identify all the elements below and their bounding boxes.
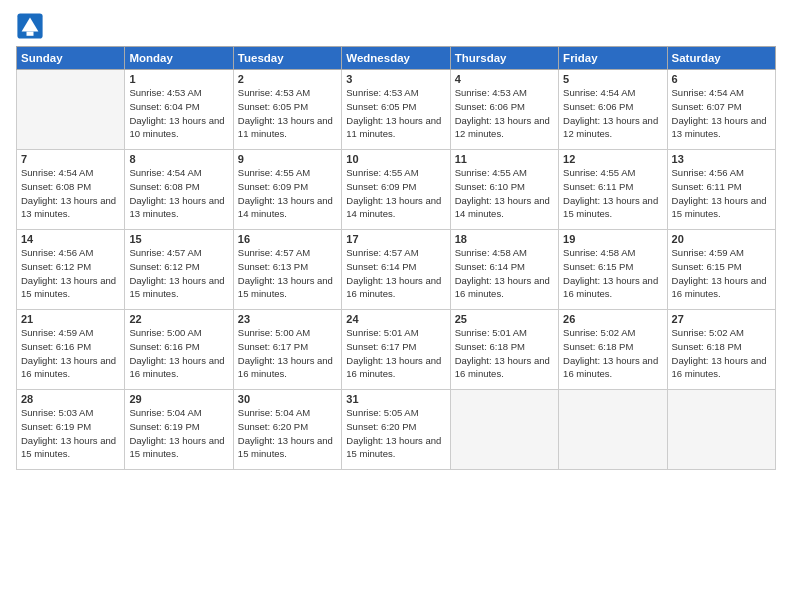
cell-text: Sunrise: 4:54 AMSunset: 6:08 PMDaylight:…	[129, 166, 228, 221]
day-number: 29	[129, 393, 228, 405]
calendar-cell: 3Sunrise: 4:53 AMSunset: 6:05 PMDaylight…	[342, 70, 450, 150]
day-number: 24	[346, 313, 445, 325]
day-number: 14	[21, 233, 120, 245]
week-row-3: 14Sunrise: 4:56 AMSunset: 6:12 PMDayligh…	[17, 230, 776, 310]
calendar-cell: 26Sunrise: 5:02 AMSunset: 6:18 PMDayligh…	[559, 310, 667, 390]
day-number: 22	[129, 313, 228, 325]
logo-icon	[16, 12, 44, 40]
cell-text: Sunrise: 4:57 AMSunset: 6:13 PMDaylight:…	[238, 246, 337, 301]
day-number: 25	[455, 313, 554, 325]
cell-text: Sunrise: 4:53 AMSunset: 6:05 PMDaylight:…	[346, 86, 445, 141]
day-number: 27	[672, 313, 771, 325]
calendar-cell	[450, 390, 558, 470]
day-number: 2	[238, 73, 337, 85]
cell-text: Sunrise: 5:04 AMSunset: 6:19 PMDaylight:…	[129, 406, 228, 461]
cell-text: Sunrise: 4:55 AMSunset: 6:09 PMDaylight:…	[238, 166, 337, 221]
calendar-cell: 8Sunrise: 4:54 AMSunset: 6:08 PMDaylight…	[125, 150, 233, 230]
cell-text: Sunrise: 5:04 AMSunset: 6:20 PMDaylight:…	[238, 406, 337, 461]
cell-text: Sunrise: 4:53 AMSunset: 6:06 PMDaylight:…	[455, 86, 554, 141]
calendar-cell: 30Sunrise: 5:04 AMSunset: 6:20 PMDayligh…	[233, 390, 341, 470]
calendar-cell: 20Sunrise: 4:59 AMSunset: 6:15 PMDayligh…	[667, 230, 775, 310]
calendar-cell: 23Sunrise: 5:00 AMSunset: 6:17 PMDayligh…	[233, 310, 341, 390]
cell-text: Sunrise: 4:58 AMSunset: 6:14 PMDaylight:…	[455, 246, 554, 301]
day-number: 8	[129, 153, 228, 165]
header	[16, 12, 776, 40]
cell-text: Sunrise: 4:59 AMSunset: 6:15 PMDaylight:…	[672, 246, 771, 301]
day-number: 3	[346, 73, 445, 85]
cell-text: Sunrise: 5:03 AMSunset: 6:19 PMDaylight:…	[21, 406, 120, 461]
day-number: 11	[455, 153, 554, 165]
calendar-cell: 27Sunrise: 5:02 AMSunset: 6:18 PMDayligh…	[667, 310, 775, 390]
day-number: 31	[346, 393, 445, 405]
calendar-cell: 29Sunrise: 5:04 AMSunset: 6:19 PMDayligh…	[125, 390, 233, 470]
calendar-cell: 4Sunrise: 4:53 AMSunset: 6:06 PMDaylight…	[450, 70, 558, 150]
cell-text: Sunrise: 4:57 AMSunset: 6:12 PMDaylight:…	[129, 246, 228, 301]
week-row-1: 1Sunrise: 4:53 AMSunset: 6:04 PMDaylight…	[17, 70, 776, 150]
cell-text: Sunrise: 5:02 AMSunset: 6:18 PMDaylight:…	[563, 326, 662, 381]
calendar-cell: 25Sunrise: 5:01 AMSunset: 6:18 PMDayligh…	[450, 310, 558, 390]
calendar-cell	[559, 390, 667, 470]
cell-text: Sunrise: 4:54 AMSunset: 6:07 PMDaylight:…	[672, 86, 771, 141]
day-number: 10	[346, 153, 445, 165]
cell-text: Sunrise: 4:53 AMSunset: 6:05 PMDaylight:…	[238, 86, 337, 141]
cell-text: Sunrise: 5:00 AMSunset: 6:16 PMDaylight:…	[129, 326, 228, 381]
day-number: 28	[21, 393, 120, 405]
cell-text: Sunrise: 4:55 AMSunset: 6:11 PMDaylight:…	[563, 166, 662, 221]
week-row-4: 21Sunrise: 4:59 AMSunset: 6:16 PMDayligh…	[17, 310, 776, 390]
calendar-cell: 14Sunrise: 4:56 AMSunset: 6:12 PMDayligh…	[17, 230, 125, 310]
calendar-cell: 31Sunrise: 5:05 AMSunset: 6:20 PMDayligh…	[342, 390, 450, 470]
cell-text: Sunrise: 5:01 AMSunset: 6:17 PMDaylight:…	[346, 326, 445, 381]
day-number: 15	[129, 233, 228, 245]
cell-text: Sunrise: 4:56 AMSunset: 6:12 PMDaylight:…	[21, 246, 120, 301]
cell-text: Sunrise: 4:55 AMSunset: 6:10 PMDaylight:…	[455, 166, 554, 221]
cell-text: Sunrise: 5:01 AMSunset: 6:18 PMDaylight:…	[455, 326, 554, 381]
header-cell-monday: Monday	[125, 47, 233, 70]
calendar-cell: 13Sunrise: 4:56 AMSunset: 6:11 PMDayligh…	[667, 150, 775, 230]
calendar-cell: 2Sunrise: 4:53 AMSunset: 6:05 PMDaylight…	[233, 70, 341, 150]
calendar-cell: 28Sunrise: 5:03 AMSunset: 6:19 PMDayligh…	[17, 390, 125, 470]
cell-text: Sunrise: 5:02 AMSunset: 6:18 PMDaylight:…	[672, 326, 771, 381]
logo	[16, 12, 48, 40]
week-row-5: 28Sunrise: 5:03 AMSunset: 6:19 PMDayligh…	[17, 390, 776, 470]
calendar-cell: 1Sunrise: 4:53 AMSunset: 6:04 PMDaylight…	[125, 70, 233, 150]
header-cell-friday: Friday	[559, 47, 667, 70]
calendar-cell: 24Sunrise: 5:01 AMSunset: 6:17 PMDayligh…	[342, 310, 450, 390]
calendar-cell: 12Sunrise: 4:55 AMSunset: 6:11 PMDayligh…	[559, 150, 667, 230]
header-cell-tuesday: Tuesday	[233, 47, 341, 70]
calendar-cell: 22Sunrise: 5:00 AMSunset: 6:16 PMDayligh…	[125, 310, 233, 390]
day-number: 1	[129, 73, 228, 85]
day-number: 23	[238, 313, 337, 325]
calendar-cell: 6Sunrise: 4:54 AMSunset: 6:07 PMDaylight…	[667, 70, 775, 150]
cell-text: Sunrise: 4:56 AMSunset: 6:11 PMDaylight:…	[672, 166, 771, 221]
calendar-cell	[17, 70, 125, 150]
week-row-2: 7Sunrise: 4:54 AMSunset: 6:08 PMDaylight…	[17, 150, 776, 230]
day-number: 4	[455, 73, 554, 85]
calendar-cell	[667, 390, 775, 470]
cell-text: Sunrise: 4:58 AMSunset: 6:15 PMDaylight:…	[563, 246, 662, 301]
cell-text: Sunrise: 4:55 AMSunset: 6:09 PMDaylight:…	[346, 166, 445, 221]
calendar-cell: 16Sunrise: 4:57 AMSunset: 6:13 PMDayligh…	[233, 230, 341, 310]
day-number: 13	[672, 153, 771, 165]
calendar-cell: 21Sunrise: 4:59 AMSunset: 6:16 PMDayligh…	[17, 310, 125, 390]
day-number: 21	[21, 313, 120, 325]
page: SundayMondayTuesdayWednesdayThursdayFrid…	[0, 0, 792, 612]
day-number: 30	[238, 393, 337, 405]
header-cell-sunday: Sunday	[17, 47, 125, 70]
calendar-cell: 15Sunrise: 4:57 AMSunset: 6:12 PMDayligh…	[125, 230, 233, 310]
cell-text: Sunrise: 4:57 AMSunset: 6:14 PMDaylight:…	[346, 246, 445, 301]
day-number: 16	[238, 233, 337, 245]
day-number: 20	[672, 233, 771, 245]
calendar-cell: 9Sunrise: 4:55 AMSunset: 6:09 PMDaylight…	[233, 150, 341, 230]
calendar-cell: 11Sunrise: 4:55 AMSunset: 6:10 PMDayligh…	[450, 150, 558, 230]
day-number: 18	[455, 233, 554, 245]
day-number: 17	[346, 233, 445, 245]
calendar-cell: 10Sunrise: 4:55 AMSunset: 6:09 PMDayligh…	[342, 150, 450, 230]
calendar-cell: 17Sunrise: 4:57 AMSunset: 6:14 PMDayligh…	[342, 230, 450, 310]
header-cell-wednesday: Wednesday	[342, 47, 450, 70]
day-number: 9	[238, 153, 337, 165]
header-row: SundayMondayTuesdayWednesdayThursdayFrid…	[17, 47, 776, 70]
calendar-cell: 18Sunrise: 4:58 AMSunset: 6:14 PMDayligh…	[450, 230, 558, 310]
cell-text: Sunrise: 4:54 AMSunset: 6:06 PMDaylight:…	[563, 86, 662, 141]
calendar-cell: 5Sunrise: 4:54 AMSunset: 6:06 PMDaylight…	[559, 70, 667, 150]
header-cell-thursday: Thursday	[450, 47, 558, 70]
